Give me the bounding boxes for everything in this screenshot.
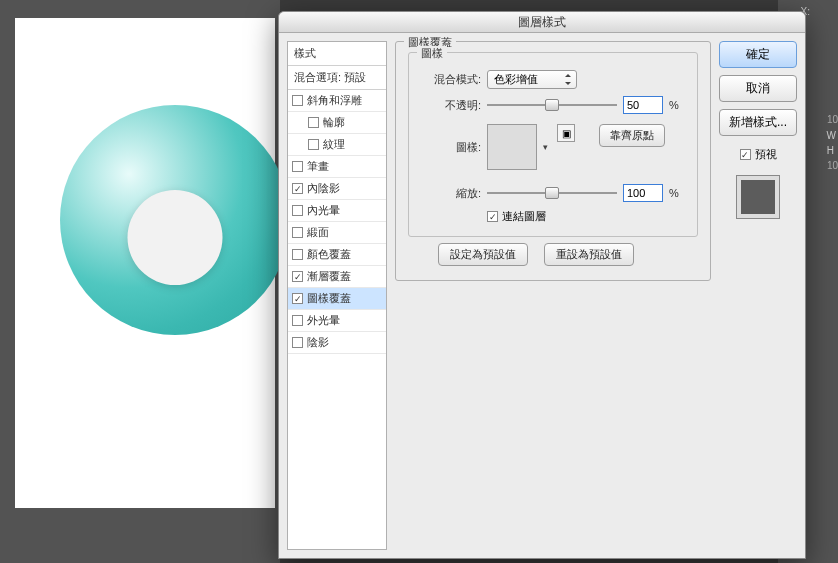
cancel-button[interactable]: 取消 [719, 75, 797, 102]
prop-h-label: H [827, 145, 834, 156]
preview-swatch [736, 175, 780, 219]
scale-unit: % [669, 187, 679, 199]
style-item-label: 顏色覆蓋 [307, 247, 351, 262]
dialog-buttons: 確定 取消 新增樣式... 預視 [719, 41, 797, 550]
prop-value-1: 10 [827, 114, 838, 125]
style-item-label: 紋理 [323, 137, 345, 152]
style-checkbox[interactable] [292, 205, 303, 216]
opacity-input[interactable] [623, 96, 663, 114]
link-layer-checkbox[interactable] [487, 211, 498, 222]
scale-label: 縮放: [419, 186, 481, 201]
opacity-slider[interactable] [487, 98, 617, 112]
pattern-inner-group: 圖樣 混合模式: 色彩增值 不透明: % [408, 52, 698, 237]
style-list: 樣式 混合選項: 預設 斜角和浮雕輪廓紋理筆畫內陰影內光暈緞面顏色覆蓋漸層覆蓋圖… [287, 41, 387, 550]
style-item-label: 輪廓 [323, 115, 345, 130]
preview-checkbox[interactable] [740, 149, 751, 160]
style-checkbox[interactable] [292, 227, 303, 238]
prop-value-2: 10 [827, 160, 838, 171]
style-item-圖樣覆蓋[interactable]: 圖樣覆蓋 [288, 288, 386, 310]
scale-slider[interactable] [487, 186, 617, 200]
style-checkbox[interactable] [292, 315, 303, 326]
style-item-內陰影[interactable]: 內陰影 [288, 178, 386, 200]
style-item-緞面[interactable]: 緞面 [288, 222, 386, 244]
ok-button[interactable]: 確定 [719, 41, 797, 68]
snap-origin-button[interactable]: 靠齊原點 [599, 124, 665, 147]
style-item-筆畫[interactable]: 筆畫 [288, 156, 386, 178]
artwork-circle [60, 105, 290, 335]
style-item-label: 圖樣覆蓋 [307, 291, 351, 306]
style-item-紋理[interactable]: 紋理 [288, 134, 386, 156]
inner-group-title: 圖樣 [417, 46, 447, 61]
style-item-label: 緞面 [307, 225, 329, 240]
style-item-外光暈[interactable]: 外光暈 [288, 310, 386, 332]
preview-label: 預視 [755, 147, 777, 162]
style-item-內光暈[interactable]: 內光暈 [288, 200, 386, 222]
pattern-overlay-group: 圖樣覆蓋 圖樣 混合模式: 色彩增值 不透明: % [395, 41, 711, 281]
style-checkbox[interactable] [292, 249, 303, 260]
style-item-label: 漸層覆蓋 [307, 269, 351, 284]
settings-panel: 圖樣覆蓋 圖樣 混合模式: 色彩增值 不透明: % [395, 41, 711, 550]
create-pattern-icon[interactable]: ▣ [557, 124, 575, 142]
opacity-unit: % [669, 99, 679, 111]
style-checkbox[interactable] [308, 139, 319, 150]
style-item-漸層覆蓋[interactable]: 漸層覆蓋 [288, 266, 386, 288]
style-checkbox[interactable] [292, 271, 303, 282]
style-item-斜角和浮雕[interactable]: 斜角和浮雕 [288, 90, 386, 112]
dialog-title: 圖層樣式 [279, 12, 805, 33]
app-background [0, 0, 280, 563]
layer-style-dialog: 圖層樣式 樣式 混合選項: 預設 斜角和浮雕輪廓紋理筆畫內陰影內光暈緞面顏色覆蓋… [278, 11, 806, 559]
style-checkbox[interactable] [292, 293, 303, 304]
style-checkbox[interactable] [308, 117, 319, 128]
pattern-swatch[interactable]: ▾ [487, 124, 537, 170]
blend-options-item[interactable]: 混合選項: 預設 [288, 66, 386, 90]
style-checkbox[interactable] [292, 183, 303, 194]
pattern-label: 圖樣: [419, 140, 481, 155]
make-default-button[interactable]: 設定為預設值 [438, 243, 528, 266]
artwork-dot [128, 190, 223, 285]
style-item-label: 斜角和浮雕 [307, 93, 362, 108]
prop-w-label: W [827, 130, 836, 141]
blend-mode-select[interactable]: 色彩增值 [487, 70, 577, 89]
style-item-輪廓[interactable]: 輪廓 [288, 112, 386, 134]
opacity-label: 不透明: [419, 98, 481, 113]
style-checkbox[interactable] [292, 95, 303, 106]
style-list-header[interactable]: 樣式 [288, 42, 386, 66]
style-item-label: 內陰影 [307, 181, 340, 196]
style-item-label: 陰影 [307, 335, 329, 350]
style-item-顏色覆蓋[interactable]: 顏色覆蓋 [288, 244, 386, 266]
style-item-陰影[interactable]: 陰影 [288, 332, 386, 354]
style-checkbox[interactable] [292, 337, 303, 348]
new-style-button[interactable]: 新增樣式... [719, 109, 797, 136]
style-item-label: 內光暈 [307, 203, 340, 218]
style-checkbox[interactable] [292, 161, 303, 172]
style-item-label: 外光暈 [307, 313, 340, 328]
chevron-down-icon[interactable]: ▾ [543, 142, 548, 152]
link-layer-label: 連結圖層 [502, 209, 546, 224]
scale-input[interactable] [623, 184, 663, 202]
reset-default-button[interactable]: 重設為預設值 [544, 243, 634, 266]
style-item-label: 筆畫 [307, 159, 329, 174]
blend-mode-label: 混合模式: [419, 72, 481, 87]
